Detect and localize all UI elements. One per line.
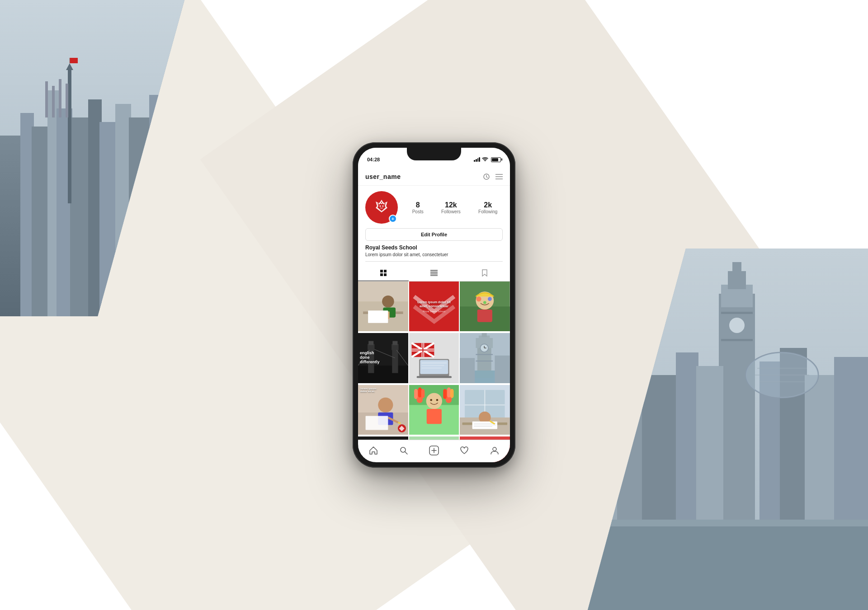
- svg-point-108: [481, 344, 489, 352]
- svg-rect-102: [416, 376, 451, 378]
- phone-notch: [407, 148, 461, 160]
- svg-rect-123: [366, 416, 388, 430]
- svg-point-187: [493, 447, 496, 451]
- grid-item-4[interactable]: englishdonedifferently: [358, 333, 408, 383]
- svg-rect-47: [588, 520, 868, 610]
- header-icons: [483, 173, 503, 180]
- following-count: 2k: [484, 201, 492, 209]
- nav-heart[interactable]: [459, 445, 470, 456]
- svg-rect-2: [0, 136, 23, 316]
- logo-svg: [370, 196, 393, 219]
- grid-item-2[interactable]: Lorem ipsum dolor sitamet, consectetuar …: [409, 282, 459, 332]
- svg-rect-134: [450, 389, 453, 398]
- svg-point-66: [382, 295, 394, 307]
- grid-item-8[interactable]: [409, 385, 459, 435]
- grid-item-1[interactable]: [358, 282, 408, 332]
- refresh-icon[interactable]: [483, 173, 490, 180]
- svg-rect-21: [66, 84, 68, 117]
- svg-rect-16: [68, 68, 71, 203]
- followers-stat: 12k Followers: [441, 201, 461, 214]
- grid-item-6[interactable]: [460, 333, 510, 383]
- username-label: user_name: [365, 173, 401, 180]
- svg-rect-107: [482, 333, 487, 337]
- svg-point-119: [378, 397, 393, 412]
- tab-tagged[interactable]: [459, 265, 510, 281]
- grid-2-brand: Royal Seeds School: [417, 310, 451, 313]
- following-stat: 2k Following: [478, 201, 497, 214]
- svg-line-122: [398, 422, 401, 423]
- wifi-icon: [482, 157, 488, 162]
- svg-rect-29: [732, 262, 741, 276]
- phone-screen: 04:28: [358, 148, 510, 462]
- svg-rect-31: [721, 312, 753, 314]
- svg-rect-57: [384, 270, 387, 272]
- avatar-add-button[interactable]: +: [389, 215, 397, 223]
- svg-rect-98: [420, 360, 448, 374]
- svg-rect-18: [45, 81, 48, 117]
- svg-rect-114: [476, 371, 493, 378]
- profile-stats: 8 Posts 12k Followers 2k Following: [407, 201, 503, 214]
- bottom-nav: [358, 440, 510, 462]
- tab-list[interactable]: [409, 265, 459, 281]
- profile-divider: [365, 261, 503, 262]
- svg-rect-20: [59, 79, 61, 117]
- profile-section: + 8 Posts 12k Followers 2k: [358, 186, 510, 265]
- profile-top: + 8 Posts 12k Followers 2k: [365, 191, 503, 224]
- tab-bar: [358, 265, 510, 282]
- posts-count: 8: [416, 201, 420, 209]
- grid-item-3[interactable]: [460, 282, 510, 332]
- bookmark-icon: [481, 269, 488, 277]
- nav-home[interactable]: [368, 445, 379, 456]
- grid-7-text: lorem ipsumdolor sit et.: [360, 387, 377, 393]
- battery-icon: [491, 157, 501, 162]
- signal-icon: [474, 157, 480, 162]
- grid-item-7[interactable]: lorem ipsumdolor sit et.: [358, 385, 408, 435]
- menu-icon[interactable]: [495, 173, 503, 180]
- svg-rect-135: [426, 409, 441, 424]
- list-icon: [430, 270, 438, 276]
- svg-rect-58: [380, 273, 383, 276]
- svg-point-137: [436, 399, 438, 400]
- svg-rect-59: [384, 273, 387, 276]
- svg-rect-48: [588, 520, 868, 526]
- grid-icon: [380, 269, 387, 277]
- edit-profile-button[interactable]: Edit Profile: [365, 228, 503, 241]
- phone-container: 04:28: [353, 142, 515, 468]
- svg-rect-77: [477, 309, 492, 322]
- svg-rect-133: [447, 387, 451, 397]
- svg-rect-111: [476, 354, 493, 355]
- english-text: englishdonedifferently: [360, 351, 380, 365]
- svg-point-55: [382, 206, 384, 207]
- svg-point-182: [401, 447, 406, 452]
- svg-line-183: [405, 452, 407, 454]
- svg-rect-88: [392, 341, 397, 345]
- svg-rect-116: [495, 356, 510, 383]
- svg-rect-81: [392, 348, 398, 373]
- svg-rect-79: [358, 366, 408, 383]
- profile-bio: Lorem ipsum dolor sit amet, consectetuer: [365, 252, 503, 258]
- app-header: user_name: [358, 168, 510, 186]
- grid-item-5[interactable]: [409, 333, 459, 383]
- svg-point-126: [426, 393, 442, 408]
- nav-search[interactable]: [398, 445, 409, 456]
- svg-rect-19: [52, 86, 55, 117]
- grid-item-9[interactable]: [460, 385, 510, 435]
- svg-rect-129: [418, 387, 422, 397]
- nav-profile[interactable]: [489, 445, 500, 456]
- svg-rect-56: [380, 270, 383, 272]
- profile-name: Royal Seeds School: [365, 244, 503, 251]
- posts-label: Posts: [412, 209, 424, 214]
- nav-add[interactable]: [429, 445, 439, 456]
- svg-rect-128: [414, 389, 418, 399]
- svg-point-30: [729, 317, 745, 333]
- tab-grid[interactable]: [358, 265, 409, 281]
- svg-rect-7: [70, 117, 90, 316]
- svg-point-75: [488, 297, 492, 301]
- svg-rect-61: [430, 272, 438, 274]
- status-time: 04:28: [367, 157, 380, 162]
- status-icons: [474, 157, 501, 162]
- svg-rect-62: [430, 274, 438, 276]
- svg-rect-4: [32, 127, 50, 316]
- svg-rect-132: [443, 389, 447, 399]
- svg-rect-22: [70, 58, 78, 63]
